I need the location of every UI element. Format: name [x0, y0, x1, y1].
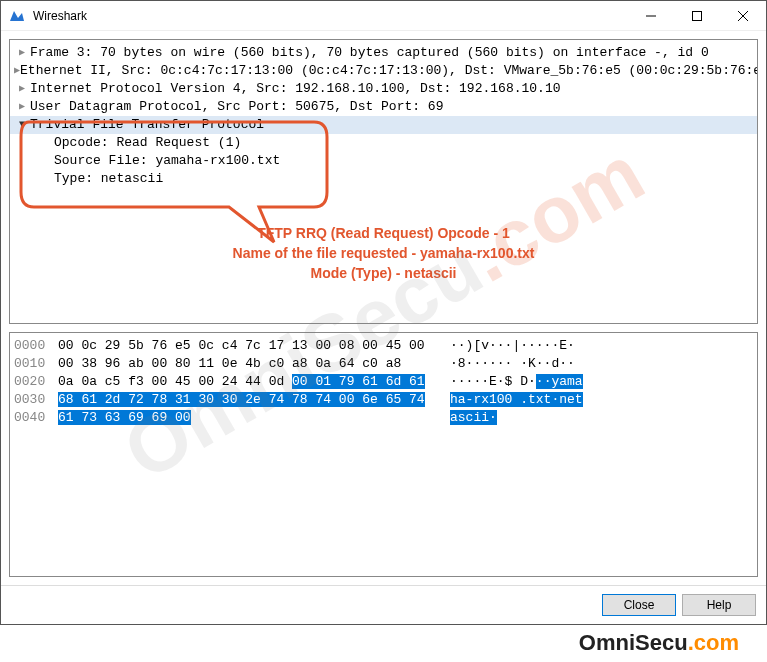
tree-row-text: User Datagram Protocol, Src Port: 50675,… — [30, 98, 443, 116]
titlebar: Wireshark — [1, 1, 766, 31]
maximize-button[interactable] — [674, 1, 720, 31]
tree-row[interactable]: Opcode: Read Request (1) — [10, 134, 757, 152]
close-icon — [738, 11, 748, 21]
titlebar-title: Wireshark — [33, 9, 628, 23]
hex-offset: 0010 — [14, 355, 58, 373]
hex-offset: 0000 — [14, 337, 58, 355]
chevron-right-icon[interactable]: ▶ — [14, 44, 30, 62]
close-button[interactable]: Close — [602, 594, 676, 616]
titlebar-controls — [628, 1, 766, 31]
wireshark-icon — [9, 8, 25, 24]
hex-bytes: 0a 0a c5 f3 00 45 00 24 44 0d 00 01 79 6… — [58, 373, 450, 391]
annotation-line: TFTP RRQ (Read Request) Opcode - 1 — [1, 223, 766, 243]
close-window-button[interactable] — [720, 1, 766, 31]
hex-bytes: 00 38 96 ab 00 80 11 0e 4b c0 a8 0a 64 c… — [58, 355, 450, 373]
window: Wireshark ▶Frame 3: 70 bytes on wire (56… — [0, 0, 767, 625]
hex-ascii: ·····E·$ D···yama — [450, 373, 583, 391]
hex-ascii: ha-rx100 .txt·net — [450, 391, 583, 409]
annotation-text: TFTP RRQ (Read Request) Opcode - 1 Name … — [1, 223, 766, 283]
tree-row-text: Trivial File Transfer Protocol — [30, 116, 264, 134]
tree-row-text: Opcode: Read Request (1) — [54, 134, 241, 152]
help-button[interactable]: Help — [682, 594, 756, 616]
annotation-line: Mode (Type) - netascii — [1, 263, 766, 283]
tree-row[interactable]: Source File: yamaha-rx100.txt — [10, 152, 757, 170]
footer: Close Help — [1, 585, 766, 624]
hex-row[interactable]: 004061 73 63 69 69 00ascii· — [14, 409, 753, 427]
packet-bytes-panel[interactable]: 000000 0c 29 5b 76 e5 0c c4 7c 17 13 00 … — [9, 332, 758, 577]
tree-row[interactable]: Type: netascii — [10, 170, 757, 188]
tree-row-text: Source File: yamaha-rx100.txt — [54, 152, 280, 170]
tree-row[interactable]: ▼Trivial File Transfer Protocol — [10, 116, 757, 134]
svg-rect-1 — [693, 11, 702, 20]
minimize-icon — [646, 11, 656, 21]
hex-offset: 0040 — [14, 409, 58, 427]
tree-row[interactable]: ▶Ethernet II, Src: 0c:c4:7c:17:13:00 (0c… — [10, 62, 757, 80]
hex-row[interactable]: 000000 0c 29 5b 76 e5 0c c4 7c 17 13 00 … — [14, 337, 753, 355]
hex-offset: 0020 — [14, 373, 58, 391]
hex-row[interactable]: 00200a 0a c5 f3 00 45 00 24 44 0d 00 01 … — [14, 373, 753, 391]
tree-row-text: Frame 3: 70 bytes on wire (560 bits), 70… — [30, 44, 709, 62]
brand-label: OmniSecu.com — [579, 630, 739, 656]
hex-offset: 0030 — [14, 391, 58, 409]
annotation-line: Name of the file requested - yamaha-rx10… — [1, 243, 766, 263]
hex-row[interactable]: 003068 61 2d 72 78 31 30 30 2e 74 78 74 … — [14, 391, 753, 409]
chevron-down-icon[interactable]: ▼ — [14, 116, 30, 134]
tree-row-text: Type: netascii — [54, 170, 163, 188]
maximize-icon — [692, 11, 702, 21]
tree-row[interactable]: ▶Frame 3: 70 bytes on wire (560 bits), 7… — [10, 44, 757, 62]
hex-ascii: ··)[v···|·····E· — [450, 337, 575, 355]
hex-ascii: ascii· — [450, 409, 497, 427]
minimize-button[interactable] — [628, 1, 674, 31]
hex-bytes: 00 0c 29 5b 76 e5 0c c4 7c 17 13 00 08 0… — [58, 337, 450, 355]
tree-row-text: Ethernet II, Src: 0c:c4:7c:17:13:00 (0c:… — [20, 62, 758, 80]
hex-row[interactable]: 001000 38 96 ab 00 80 11 0e 4b c0 a8 0a … — [14, 355, 753, 373]
hex-bytes: 68 61 2d 72 78 31 30 30 2e 74 78 74 00 6… — [58, 391, 450, 409]
hex-ascii: ·8······ ·K··d·· — [450, 355, 575, 373]
hex-bytes: 61 73 63 69 69 00 — [58, 409, 450, 427]
tree-row[interactable]: ▶Internet Protocol Version 4, Src: 192.1… — [10, 80, 757, 98]
chevron-right-icon[interactable]: ▶ — [14, 98, 30, 116]
chevron-right-icon[interactable]: ▶ — [14, 80, 30, 98]
tree-row[interactable]: ▶User Datagram Protocol, Src Port: 50675… — [10, 98, 757, 116]
tree-row-text: Internet Protocol Version 4, Src: 192.16… — [30, 80, 561, 98]
